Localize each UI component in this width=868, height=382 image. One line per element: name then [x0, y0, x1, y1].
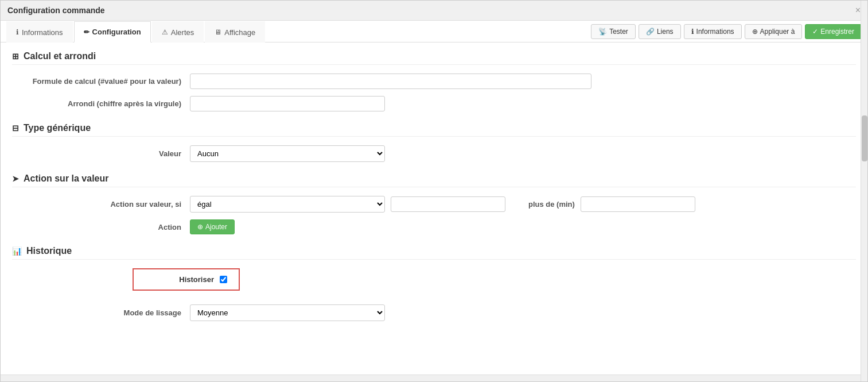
type-icon: ⊟ — [12, 124, 19, 133]
window-title: Configuration commande — [7, 6, 105, 15]
scrollbar-thumb[interactable] — [862, 115, 867, 161]
info-icon: ℹ — [16, 28, 19, 36]
valeur-label: Valeur — [18, 149, 190, 158]
pencil-icon: ✏ — [84, 28, 89, 36]
mode-lissage-select[interactable]: Moyenne Maximum Minimum — [190, 304, 385, 321]
tester-button[interactable]: 📡 Tester — [591, 24, 636, 39]
ajouter-button[interactable]: ⊕ Ajouter — [190, 219, 235, 234]
display-icon: 🖥 — [215, 28, 221, 36]
tab-configuration[interactable]: ✏ Configuration — [74, 21, 151, 43]
action-si-select[interactable]: égal supérieur inférieur — [190, 196, 385, 213]
chart-icon: 📊 — [12, 246, 22, 256]
title-bar: Configuration commande × — [1, 1, 867, 21]
info2-icon: ℹ — [691, 28, 694, 36]
action-si-row: Action sur valeur, si égal supérieur inf… — [12, 196, 856, 213]
informations-button[interactable]: ℹ Informations — [684, 24, 742, 39]
section-action: ➤ Action sur la valeur Action sur valeur… — [12, 173, 856, 234]
plus-de-label: plus de (min) — [528, 200, 575, 209]
tabs-right: 📡 Tester 🔗 Liens ℹ Informations ⊕ Appliq… — [591, 24, 862, 39]
main-window: Configuration commande × ℹ Informations … — [0, 0, 868, 382]
tab-alertes[interactable]: ⚠ Alertes — [152, 21, 204, 43]
plus-icon: ⊕ — [197, 223, 203, 231]
formule-label: Formule de calcul (#value# pour la valeu… — [18, 77, 190, 86]
rss-icon: 📡 — [598, 28, 607, 36]
check-icon: ✓ — [812, 28, 818, 36]
grid-icon: ⊞ — [12, 52, 19, 61]
plus-de-input[interactable] — [581, 196, 695, 212]
arrondi-input[interactable] — [190, 96, 385, 111]
tabs-bar: ℹ Informations ✏ Configuration ⚠ Alertes… — [1, 21, 867, 43]
action-label: Action — [18, 223, 190, 231]
apply-icon: ⊕ — [752, 28, 758, 36]
section-calcul: ⊞ Calcul et arrondi Formule de calcul (#… — [12, 51, 856, 111]
arrondi-row: Arrondi (chiffre après la virgule) — [12, 96, 856, 111]
action-button-row: Action ⊕ Ajouter — [12, 219, 856, 234]
tab-informations[interactable]: ℹ Informations — [6, 21, 73, 43]
tabs-left: ℹ Informations ✏ Configuration ⚠ Alertes… — [6, 21, 266, 42]
section-type-title: ⊟ Type générique — [12, 123, 856, 137]
action-si-label: Action sur valeur, si — [18, 200, 190, 209]
section-calcul-title: ⊞ Calcul et arrondi — [12, 51, 856, 65]
valeur-select[interactable]: Aucun — [190, 145, 385, 162]
content-area: ⊞ Calcul et arrondi Formule de calcul (#… — [1, 43, 867, 341]
section-historique-title: 📊 Historique — [12, 246, 856, 260]
link-icon: 🔗 — [646, 28, 655, 36]
action-icon: ➤ — [12, 174, 19, 183]
section-historique: 📊 Historique Historiser Mode de lissage … — [12, 246, 856, 321]
tab-affichage[interactable]: 🖥 Affichage — [205, 21, 265, 43]
mode-lissage-label: Mode de lissage — [18, 308, 190, 317]
historiser-row: Historiser — [12, 268, 856, 298]
arrondi-label: Arrondi (chiffre après la virgule) — [18, 99, 190, 108]
appliquer-button[interactable]: ⊕ Appliquer à — [745, 24, 803, 39]
action-value-input[interactable] — [391, 196, 505, 212]
formule-input[interactable] — [190, 74, 591, 89]
close-button[interactable]: × — [855, 5, 861, 16]
section-type-generique: ⊟ Type générique Valeur Aucun — [12, 123, 856, 162]
action-controls: égal supérieur inférieur plus de (min) — [190, 196, 695, 213]
scrollbar-vertical[interactable] — [861, 1, 867, 381]
scrollbar-horizontal[interactable] — [1, 375, 861, 381]
formule-row: Formule de calcul (#value# pour la valeu… — [12, 74, 856, 89]
historiser-checkbox[interactable] — [220, 276, 227, 283]
historiser-box: Historiser — [133, 268, 240, 291]
liens-button[interactable]: 🔗 Liens — [639, 24, 681, 39]
historiser-label: Historiser — [145, 275, 214, 284]
enregistrer-button[interactable]: ✓ Enregistrer — [805, 24, 862, 39]
mode-lissage-row: Mode de lissage Moyenne Maximum Minimum — [12, 304, 856, 321]
warning-icon: ⚠ — [162, 28, 168, 36]
valeur-row: Valeur Aucun — [12, 145, 856, 162]
section-action-title: ➤ Action sur la valeur — [12, 173, 856, 187]
